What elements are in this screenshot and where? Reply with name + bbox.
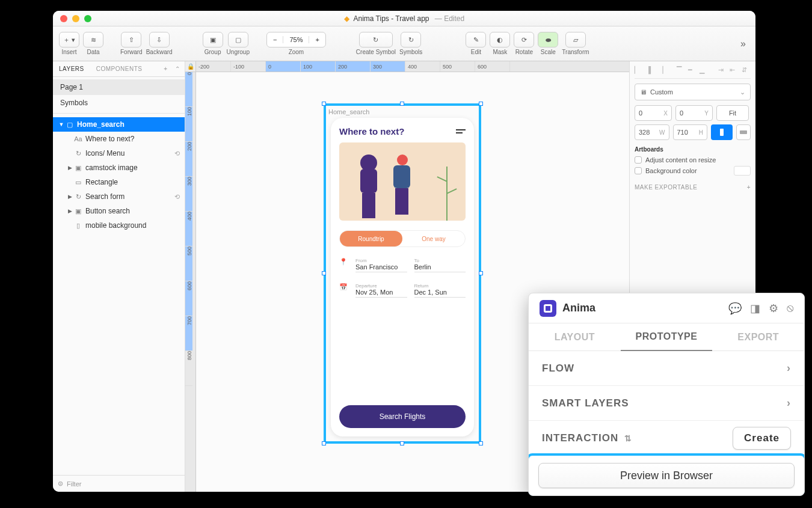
tab-layers[interactable]: LAYERS xyxy=(53,66,90,72)
backward-button[interactable]: ⇩ xyxy=(149,32,170,47)
anima-logo-icon xyxy=(540,300,556,317)
preview-in-browser-button[interactable]: Preview in Browser xyxy=(538,463,795,488)
group-button[interactable]: ▣ xyxy=(203,32,223,47)
data-label: Data xyxy=(87,49,99,55)
chevron-right-icon: › xyxy=(787,362,791,375)
layer-item[interactable]: ↻Icons/ Menu⟲ xyxy=(53,146,185,161)
symbols-button[interactable]: ↻ xyxy=(401,32,421,47)
calendar-icon: 📅 xyxy=(339,283,346,298)
layer-item[interactable]: ▯mobile background xyxy=(53,218,185,233)
y-input[interactable]: 0Y xyxy=(675,105,713,121)
zoom-in-button[interactable]: + xyxy=(309,36,325,43)
page-item[interactable]: Symbols xyxy=(53,95,185,111)
data-button[interactable]: ≋ xyxy=(83,32,103,47)
collapse-pages-button[interactable]: ⌃ xyxy=(170,66,185,72)
resize-handle[interactable] xyxy=(400,441,404,445)
layer-item[interactable]: ▶▣Button search xyxy=(53,204,185,218)
chat-icon[interactable]: 💬 xyxy=(728,302,742,315)
artboard-name[interactable]: Home_search xyxy=(328,108,369,115)
pages-list: Page 1 Symbols xyxy=(53,77,185,114)
resize-handle[interactable] xyxy=(479,441,483,445)
portrait-toggle[interactable] xyxy=(711,124,733,140)
tab-layout[interactable]: LAYOUT xyxy=(529,323,621,350)
filter-bar[interactable]: ⊜ Filter xyxy=(53,475,185,492)
block-icon[interactable]: ⦸ xyxy=(787,302,793,315)
page-item[interactable]: Page 1 xyxy=(53,79,185,95)
ruler-lock-icon[interactable]: 🔒 xyxy=(185,61,196,72)
layer-item[interactable]: ▭Rectangle xyxy=(53,175,185,189)
smart-layers-row[interactable]: SMART LAYERS› xyxy=(529,386,804,421)
zoom-value[interactable]: 75% xyxy=(283,36,309,43)
resize-handle[interactable] xyxy=(400,102,404,106)
layers-panel: LAYERS COMPONENTS + ⌃ Page 1 Symbols ▼▢H… xyxy=(53,61,185,492)
artboards-header: Artboards xyxy=(635,146,751,153)
tab-prototype[interactable]: PROTOTYPE xyxy=(621,323,713,351)
resize-handle[interactable] xyxy=(322,441,326,445)
flow-row[interactable]: FLOW› xyxy=(529,351,804,386)
mask-button[interactable]: ◐ xyxy=(490,32,510,47)
layer-item[interactable]: AaWhere to next? xyxy=(53,132,185,146)
scale-button[interactable]: ⬬ xyxy=(538,32,558,47)
resize-handle[interactable] xyxy=(479,102,483,106)
zoom-out-button[interactable]: − xyxy=(267,36,283,43)
departure-field: Nov 25, Mon xyxy=(355,289,407,298)
ungroup-label: Ungroup xyxy=(227,49,250,55)
device-select[interactable]: 🖥 Custom ⌄ xyxy=(635,84,751,100)
color-swatch[interactable] xyxy=(734,166,751,176)
columns-icon[interactable]: ◨ xyxy=(750,302,760,315)
layer-item[interactable]: ▼▢Home_search xyxy=(53,117,185,132)
forward-button[interactable]: ⇧ xyxy=(121,32,141,47)
ruler-horizontal[interactable]: -200-1000100200300400500600 xyxy=(196,61,629,72)
make-exportable[interactable]: MAKE EXPORTABLE+ xyxy=(635,184,751,191)
fit-button[interactable]: Fit xyxy=(716,105,749,121)
tab-export[interactable]: EXPORT xyxy=(712,323,804,350)
roundtrip-option: Roundtrip xyxy=(340,231,402,246)
create-button[interactable]: Create xyxy=(733,427,791,450)
hero-illustration xyxy=(339,142,466,221)
resize-handle[interactable] xyxy=(322,102,326,106)
rotate-button[interactable]: ⟳ xyxy=(514,32,534,47)
insert-button[interactable]: ＋ ▾ xyxy=(59,32,79,47)
ruler-vertical[interactable]: 0100200300400500600700800 xyxy=(185,72,196,492)
layer-item[interactable]: ▶↻Search form⟲ xyxy=(53,189,185,204)
menu-icon xyxy=(456,127,466,135)
transform-button[interactable]: ▱ xyxy=(565,32,586,47)
align-controls[interactable]: ▏▐▕ ▔━▁ ⇥⇤⇵ xyxy=(635,66,751,79)
x-input[interactable]: 0X xyxy=(635,105,672,121)
heading: Where to next? xyxy=(339,126,404,136)
updown-icon[interactable]: ⇅ xyxy=(624,433,632,443)
trip-type-toggle: Roundtrip One way xyxy=(339,230,466,247)
layer-item[interactable]: ▶▣camstock image xyxy=(53,161,185,175)
document-status: — Edited xyxy=(435,14,464,23)
document-name: Anima Tips - Travel app xyxy=(353,14,429,23)
gear-icon[interactable]: ⚙ xyxy=(769,302,778,315)
chevron-down-icon: ⌄ xyxy=(740,88,745,96)
resize-handle[interactable] xyxy=(322,271,326,275)
toolbar: ＋ ▾ Insert ≋ Data ⇧ Forward ⇩ Backward ▣… xyxy=(53,26,755,61)
zoom-label: Zoom xyxy=(289,49,304,55)
h-input[interactable]: 710H xyxy=(673,124,708,140)
add-page-button[interactable]: + xyxy=(161,66,170,72)
landscape-toggle[interactable] xyxy=(736,124,751,140)
zoom-control[interactable]: − 75% + xyxy=(266,32,326,47)
ungroup-button[interactable]: ▢ xyxy=(228,32,248,47)
interaction-row: INTERACTION⇅ Create xyxy=(529,421,804,456)
adjust-content-checkbox[interactable]: Adjust content on resize xyxy=(635,156,751,164)
anima-title: Anima xyxy=(562,302,595,314)
tab-components[interactable]: COMPONENTS xyxy=(90,66,149,72)
layer-list: ▼▢Home_searchAaWhere to next?↻Icons/ Men… xyxy=(53,114,185,475)
artboard-home-search[interactable]: Where to next? Roundtrip One way 📍 FromS… xyxy=(331,118,474,436)
create-symbol-label: Create Symbol xyxy=(356,49,396,55)
titlebar: ◆ Anima Tips - Travel app — Edited xyxy=(53,11,755,26)
create-symbol-button[interactable]: ↻ xyxy=(359,32,393,47)
resize-handle[interactable] xyxy=(479,271,483,275)
w-input[interactable]: 328W xyxy=(635,124,669,140)
filter-icon: ⊜ xyxy=(58,480,63,488)
symbols-label: Symbols xyxy=(399,49,422,55)
background-color-checkbox[interactable]: Background color xyxy=(635,166,751,176)
device-value: Custom xyxy=(650,88,673,96)
edit-button[interactable]: ✎ xyxy=(466,32,486,47)
group-label: Group xyxy=(205,49,221,55)
toolbar-overflow[interactable]: » xyxy=(740,38,749,49)
chevron-right-icon: › xyxy=(787,397,791,409)
